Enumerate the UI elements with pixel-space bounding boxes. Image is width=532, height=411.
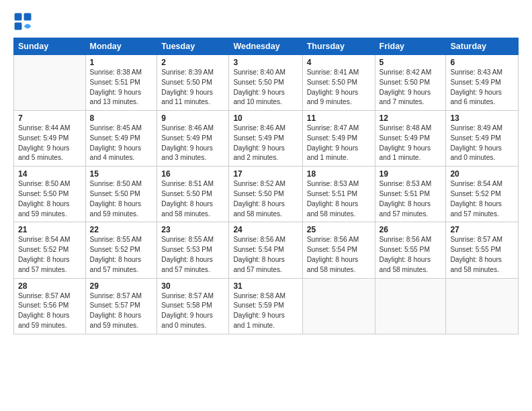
day-info: Sunrise: 8:45 AMSunset: 5:49 PMDaylight:…	[90, 124, 153, 163]
day-info: Sunrise: 8:53 AMSunset: 5:51 PMDaylight:…	[307, 179, 371, 219]
calendar-cell: 27Sunrise: 8:57 AMSunset: 5:55 PMDayligh…	[446, 222, 519, 278]
calendar-cell: 2Sunrise: 8:39 AMSunset: 5:50 PMDaylight…	[157, 55, 229, 111]
header	[13, 12, 519, 31]
day-number: 14	[18, 169, 81, 179]
calendar-cell: 8Sunrise: 8:45 AMSunset: 5:49 PMDaylight…	[85, 111, 157, 167]
calendar-cell: 20Sunrise: 8:54 AMSunset: 5:52 PMDayligh…	[446, 167, 519, 222]
calendar-cell	[302, 278, 375, 334]
day-info: Sunrise: 8:42 AMSunset: 5:50 PMDaylight:…	[380, 68, 442, 107]
day-info: Sunrise: 8:54 AMSunset: 5:52 PMDaylight:…	[450, 179, 514, 219]
day-info: Sunrise: 8:58 AMSunset: 5:59 PMDaylight:…	[233, 291, 298, 331]
day-info: Sunrise: 8:51 AMSunset: 5:50 PMDaylight:…	[161, 179, 224, 219]
day-number: 7	[18, 113, 81, 123]
day-info: Sunrise: 8:57 AMSunset: 5:58 PMDaylight:…	[161, 291, 224, 331]
calendar-cell: 14Sunrise: 8:50 AMSunset: 5:50 PMDayligh…	[14, 167, 86, 222]
day-number: 24	[233, 225, 298, 234]
calendar-cell: 28Sunrise: 8:57 AMSunset: 5:56 PMDayligh…	[14, 278, 86, 334]
calendar-cell: 24Sunrise: 8:56 AMSunset: 5:54 PMDayligh…	[229, 222, 302, 278]
calendar-cell: 5Sunrise: 8:42 AMSunset: 5:50 PMDaylight…	[375, 55, 446, 111]
weekday-header: Monday	[85, 38, 157, 55]
day-number: 17	[233, 169, 298, 179]
calendar-cell: 25Sunrise: 8:56 AMSunset: 5:54 PMDayligh…	[302, 222, 375, 278]
svg-rect-1	[24, 13, 32, 21]
calendar-cell: 11Sunrise: 8:47 AMSunset: 5:49 PMDayligh…	[302, 111, 375, 167]
day-info: Sunrise: 8:55 AMSunset: 5:53 PMDaylight:…	[161, 235, 224, 275]
day-info: Sunrise: 8:41 AMSunset: 5:50 PMDaylight:…	[307, 68, 371, 107]
day-number: 12	[380, 113, 442, 123]
day-info: Sunrise: 8:56 AMSunset: 5:54 PMDaylight:…	[233, 235, 298, 275]
day-info: Sunrise: 8:56 AMSunset: 5:55 PMDaylight:…	[380, 235, 442, 275]
weekday-header: Sunday	[14, 38, 86, 55]
day-number: 30	[161, 281, 224, 291]
day-info: Sunrise: 8:43 AMSunset: 5:49 PMDaylight:…	[450, 68, 514, 107]
day-number: 15	[90, 169, 153, 179]
calendar-cell	[14, 55, 86, 111]
day-number: 1	[90, 58, 153, 67]
calendar-cell: 30Sunrise: 8:57 AMSunset: 5:58 PMDayligh…	[157, 278, 229, 334]
day-number: 26	[380, 225, 442, 234]
weekday-header: Friday	[375, 38, 446, 55]
day-number: 22	[90, 225, 153, 234]
day-number: 19	[380, 169, 442, 179]
day-info: Sunrise: 8:57 AMSunset: 5:57 PMDaylight:…	[90, 291, 153, 331]
weekday-header: Wednesday	[229, 38, 302, 55]
calendar-cell: 3Sunrise: 8:40 AMSunset: 5:50 PMDaylight…	[229, 55, 302, 111]
calendar-cell: 9Sunrise: 8:46 AMSunset: 5:49 PMDaylight…	[157, 111, 229, 167]
day-info: Sunrise: 8:54 AMSunset: 5:52 PMDaylight:…	[18, 235, 81, 275]
day-info: Sunrise: 8:50 AMSunset: 5:50 PMDaylight:…	[18, 179, 81, 219]
day-info: Sunrise: 8:48 AMSunset: 5:49 PMDaylight:…	[380, 124, 442, 163]
day-number: 10	[233, 113, 298, 123]
calendar-cell: 19Sunrise: 8:53 AMSunset: 5:51 PMDayligh…	[375, 167, 446, 222]
day-number: 28	[18, 281, 81, 291]
day-info: Sunrise: 8:47 AMSunset: 5:49 PMDaylight:…	[307, 124, 371, 163]
day-number: 6	[450, 58, 514, 67]
calendar-cell: 7Sunrise: 8:44 AMSunset: 5:49 PMDaylight…	[14, 111, 86, 167]
day-info: Sunrise: 8:56 AMSunset: 5:54 PMDaylight:…	[307, 235, 371, 275]
calendar-cell: 4Sunrise: 8:41 AMSunset: 5:50 PMDaylight…	[302, 55, 375, 111]
day-info: Sunrise: 8:55 AMSunset: 5:52 PMDaylight:…	[90, 235, 153, 275]
day-number: 21	[18, 225, 81, 234]
day-info: Sunrise: 8:53 AMSunset: 5:51 PMDaylight:…	[380, 179, 442, 219]
day-number: 9	[161, 113, 224, 123]
calendar-cell: 31Sunrise: 8:58 AMSunset: 5:59 PMDayligh…	[229, 278, 302, 334]
day-number: 25	[307, 225, 371, 234]
weekday-header: Saturday	[446, 38, 519, 55]
day-info: Sunrise: 8:57 AMSunset: 5:56 PMDaylight:…	[18, 291, 81, 331]
logo	[13, 12, 35, 31]
day-info: Sunrise: 8:49 AMSunset: 5:49 PMDaylight:…	[450, 124, 514, 163]
page: SundayMondayTuesdayWednesdayThursdayFrid…	[0, 0, 532, 411]
day-number: 20	[450, 169, 514, 179]
calendar-cell: 22Sunrise: 8:55 AMSunset: 5:52 PMDayligh…	[85, 222, 157, 278]
day-info: Sunrise: 8:44 AMSunset: 5:49 PMDaylight:…	[18, 124, 81, 163]
calendar-cell: 13Sunrise: 8:49 AMSunset: 5:49 PMDayligh…	[446, 111, 519, 167]
day-number: 23	[161, 225, 224, 234]
calendar-cell: 23Sunrise: 8:55 AMSunset: 5:53 PMDayligh…	[157, 222, 229, 278]
day-number: 11	[307, 113, 371, 123]
calendar-cell: 6Sunrise: 8:43 AMSunset: 5:49 PMDaylight…	[446, 55, 519, 111]
calendar-cell: 10Sunrise: 8:46 AMSunset: 5:49 PMDayligh…	[229, 111, 302, 167]
calendar-cell: 26Sunrise: 8:56 AMSunset: 5:55 PMDayligh…	[375, 222, 446, 278]
calendar-cell: 12Sunrise: 8:48 AMSunset: 5:49 PMDayligh…	[375, 111, 446, 167]
day-info: Sunrise: 8:39 AMSunset: 5:50 PMDaylight:…	[161, 68, 224, 107]
day-info: Sunrise: 8:46 AMSunset: 5:49 PMDaylight:…	[161, 124, 224, 163]
logo-icon	[13, 12, 32, 31]
day-info: Sunrise: 8:38 AMSunset: 5:51 PMDaylight:…	[90, 68, 153, 107]
calendar-cell: 21Sunrise: 8:54 AMSunset: 5:52 PMDayligh…	[14, 222, 86, 278]
calendar-cell: 15Sunrise: 8:50 AMSunset: 5:50 PMDayligh…	[85, 167, 157, 222]
svg-rect-2	[15, 23, 22, 30]
day-number: 4	[307, 58, 371, 67]
day-number: 13	[450, 113, 514, 123]
calendar-cell: 1Sunrise: 8:38 AMSunset: 5:51 PMDaylight…	[85, 55, 157, 111]
calendar: SundayMondayTuesdayWednesdayThursdayFrid…	[13, 38, 519, 334]
calendar-cell: 16Sunrise: 8:51 AMSunset: 5:50 PMDayligh…	[157, 167, 229, 222]
day-info: Sunrise: 8:46 AMSunset: 5:49 PMDaylight:…	[233, 124, 298, 163]
calendar-cell: 17Sunrise: 8:52 AMSunset: 5:50 PMDayligh…	[229, 167, 302, 222]
calendar-cell: 18Sunrise: 8:53 AMSunset: 5:51 PMDayligh…	[302, 167, 375, 222]
day-number: 8	[90, 113, 153, 123]
day-info: Sunrise: 8:50 AMSunset: 5:50 PMDaylight:…	[90, 179, 153, 219]
calendar-cell	[375, 278, 446, 334]
calendar-cell	[446, 278, 519, 334]
weekday-header: Tuesday	[157, 38, 229, 55]
day-number: 16	[161, 169, 224, 179]
weekday-header: Thursday	[302, 38, 375, 55]
